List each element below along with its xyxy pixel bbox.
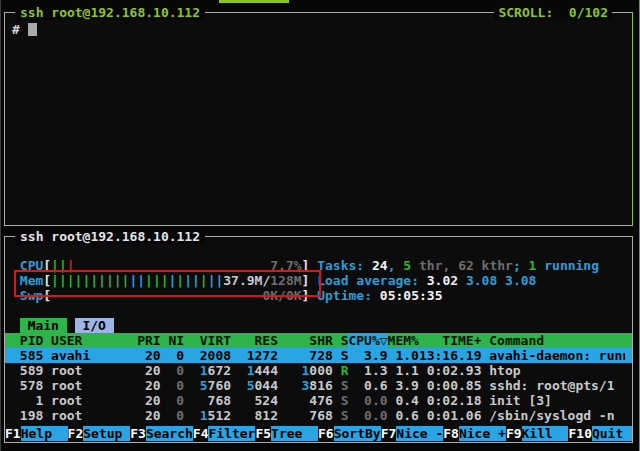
cell-mem: 1.1 [388, 363, 419, 378]
column-header-command[interactable]: Command [481, 333, 625, 348]
text-segment: 3.9 [364, 348, 387, 363]
process-row-589[interactable]: 589root200167214441000R1.31.10:02.93htop [5, 363, 632, 378]
column-header-cpu[interactable]: CPU%▽ [348, 333, 387, 348]
cell-pid: 585 [12, 348, 43, 363]
fkey-f9-kill[interactable]: F9Kill [506, 426, 569, 441]
text-segment: root [51, 378, 82, 393]
text-segment: 0:01.06 [427, 408, 482, 423]
text-segment: 0.6 [364, 378, 387, 393]
fkey-f6-sortby[interactable]: F6SortBy [318, 426, 381, 441]
text-segment: 0.6 [395, 408, 418, 423]
text-segment: 672 [208, 363, 231, 378]
text-segment: 3.08 [505, 273, 536, 288]
cell-pri: 20 [137, 378, 160, 393]
text-segment: R [341, 363, 349, 378]
fkey-label: SortBy [334, 426, 381, 441]
text-segment: 198 [20, 408, 43, 423]
cell-shr: 1000 [278, 363, 333, 378]
text-segment: 1 [200, 363, 208, 378]
cell-res: 812 [231, 408, 278, 423]
fkey-f4-filter[interactable]: F4Filter [193, 426, 256, 441]
column-header-s[interactable]: S [333, 333, 349, 348]
cell-time: 13:16.19 [419, 348, 482, 363]
column-header-pri[interactable]: PRI [137, 333, 160, 348]
column-header-shr[interactable]: SHR [278, 333, 333, 348]
cell-mem: 3.9 [388, 378, 419, 393]
fkey-f8-nice[interactable]: F8Nice + [443, 426, 506, 441]
process-row-578[interactable]: 578root200576050443816S0.63.90:00.85sshd… [5, 378, 632, 393]
process-table-header: PIDUSERPRINIVIRTRESSHRSCPU%▽MEM%TIME+Com… [5, 333, 632, 348]
fkey-label: Nice - [396, 426, 443, 441]
column-header-time[interactable]: TIME+ [419, 333, 482, 348]
cell-pid: 1 [12, 393, 43, 408]
cell-user: root [43, 393, 137, 408]
cell-pri: 20 [137, 363, 160, 378]
fkey-f1-help[interactable]: F1Help [5, 426, 68, 441]
text-segment: 0 [176, 393, 184, 408]
shell-prompt-line[interactable]: # [5, 22, 632, 37]
text-segment: avahi [51, 348, 90, 363]
cell-cpu: 0.0 [348, 408, 387, 423]
cell-mem: 0.6 [388, 408, 419, 423]
cell-virt: 1672 [184, 363, 231, 378]
text-segment: 1.3 [364, 363, 387, 378]
column-header-virt[interactable]: VIRT [184, 333, 231, 348]
fkey-f5-tree[interactable]: F5Tree [255, 426, 318, 441]
cell-ni: 0 [161, 348, 184, 363]
cell-pid: 578 [12, 378, 43, 393]
cell-time: 0:01.06 [419, 408, 482, 423]
info-column: Tasks: 24, 5 thr, 62 kthr; 1 runningLoad… [309, 258, 599, 303]
column-header-mem[interactable]: MEM% [388, 333, 419, 348]
process-row-585[interactable]: 585avahi20020081272728S3.91.013:16.19ava… [5, 348, 632, 363]
cell-virt: 5760 [184, 378, 231, 393]
tab-io[interactable]: I/O [75, 318, 114, 333]
spacer [12, 303, 625, 318]
fkey-f3-search[interactable]: F3Search [130, 426, 193, 441]
fkey-number: F8 [443, 426, 459, 441]
fkey-number: F10 [568, 426, 591, 441]
screen-tabs: MainI/O [12, 318, 625, 333]
text-segment: 3.08 [466, 273, 505, 288]
text-segment: 0.0 [364, 393, 387, 408]
text-segment: root [51, 363, 82, 378]
fkey-f2-setup[interactable]: F2Setup [68, 426, 131, 441]
load-average-line: Load average: 3.02 3.08 3.08 [317, 273, 599, 288]
text-segment: 5 [200, 378, 208, 393]
cell-shr: 3816 [278, 378, 333, 393]
fkey-label: Kill [522, 426, 569, 441]
cell-shr: 476 [278, 393, 333, 408]
cell-res: 1444 [231, 363, 278, 378]
cell-ni: 0 [161, 408, 184, 423]
cell-command: /sbin/syslogd -n [481, 408, 625, 423]
cell-shr: 728 [278, 348, 333, 363]
cell-time: 0:00.85 [419, 378, 482, 393]
column-header-ni[interactable]: NI [161, 333, 184, 348]
bottom-terminal-pane: ssh root@192.168.10.112 CPU[|||7.7%]Mem[… [4, 236, 633, 443]
cell-cpu: 0.6 [348, 378, 387, 393]
fkey-f10-quit[interactable]: F10Quit [568, 426, 632, 441]
text-segment: 000 [309, 363, 332, 378]
fkey-f7-nice[interactable]: F7Nice - [381, 426, 444, 441]
text-segment: 1 [247, 363, 255, 378]
column-header-pid[interactable]: PID [12, 333, 43, 348]
text-segment: 3.9 [395, 378, 418, 393]
pane-title: ssh root@192.168.10.112 [15, 5, 205, 20]
tab-main[interactable]: Main [20, 318, 67, 333]
cell-shr: 768 [278, 408, 333, 423]
process-row-1[interactable]: 1root200768524476S0.00.40:02.18init [3] [5, 393, 632, 408]
text-segment: running [536, 258, 599, 273]
text-segment: 812 [255, 408, 278, 423]
cell-s: S [333, 408, 349, 423]
column-header-res[interactable]: RES [231, 333, 278, 348]
text-segment: 0 [176, 363, 184, 378]
cell-s: S [333, 378, 349, 393]
text-segment: Uptime: [317, 288, 380, 303]
process-row-198[interactable]: 198root2001512812768S0.00.60:01.06/sbin/… [5, 408, 632, 423]
text-segment: 760 [208, 378, 231, 393]
column-header-user[interactable]: USER [43, 333, 137, 348]
text-segment: 768 [208, 393, 231, 408]
fkey-label: Search [146, 426, 193, 441]
cell-cpu: 0.0 [348, 393, 387, 408]
cell-pid: 589 [12, 363, 43, 378]
text-segment: 476 [309, 393, 332, 408]
